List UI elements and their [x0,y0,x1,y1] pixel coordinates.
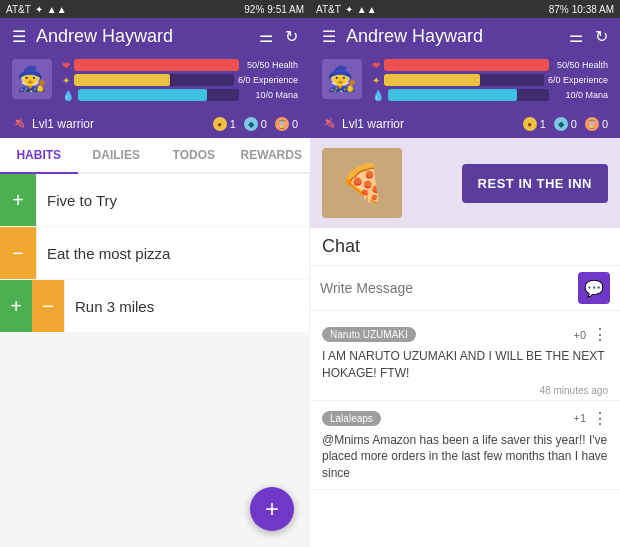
stat-bars-right: ❤ 50/50 Health ✦ 6/0 Experience 💧 10/0 M… [372,59,608,104]
sword-icon-left: 🗡 [8,113,29,134]
chat-header: Chat [310,228,620,266]
stat-bars-left: ❤ 50/50 Health ✦ 6/0 Experience 💧 [62,59,298,104]
status-bar-left: AT&T ✦ ▲▲ 92% 9:51 AM [0,0,310,18]
health-icon: ❤ [62,60,70,71]
habit-plus-3[interactable]: + [0,280,32,332]
chat-message-2: Lalaleaps +1 ⋮ @Mnims Amazon has been a … [310,401,620,490]
chat-messages: Naruto UZUMAKI +0 ⋮ I AM NARUTO UZUMAKI … [310,311,620,547]
nav-tabs: HABITS DAILIES TODOS REWARDS [0,138,310,174]
right-panel: AT&T ✦ ▲▲ 87% 10:38 AM ☰ Andrew Hayward … [310,0,620,547]
health-label-r: 50/50 Health [553,60,608,70]
habit-item-3: + − Run 3 miles [0,280,310,332]
gold-coin-left: ● [213,117,227,131]
hourglass-value-left: 0 [292,118,298,130]
chat-username-2: Lalaleaps [322,411,381,426]
exp-bar-wrap [74,74,234,86]
stats-area-left: 🧙 ❤ 50/50 Health ✦ 6/0 Experience [0,55,310,112]
habit-text-1: Five to Try [36,174,310,226]
habit-plus-1[interactable]: + [0,174,36,226]
exp-icon-r: ✦ [372,75,380,86]
mana-bar-r [388,89,517,101]
exp-bar [74,74,170,86]
chat-plus-1: +0 [573,329,586,341]
health-bar-wrap-r [384,59,549,71]
status-bar-right: AT&T ✦ ▲▲ 87% 10:38 AM [310,0,620,18]
signal-icons-right: ▲▲ [357,4,377,15]
mana-label: 10/0 Mana [243,90,298,100]
chat-send-button[interactable]: 💬 [578,272,610,304]
chat-body-1: I AM NARUTO UZUMAKI AND I WILL BE THE NE… [322,348,608,382]
sword-icon-right: 🗡 [318,113,339,134]
exp-bar-wrap-r [384,74,544,86]
chat-message-header-2: Lalaleaps +1 ⋮ [322,409,608,428]
filter-icon-right[interactable]: ⚌ [569,27,583,46]
chat-body-2: @Mnims Amazon has been a life saver this… [322,432,608,482]
mana-icon: 💧 [62,90,74,101]
carrier-right: AT&T [316,4,341,15]
health-label: 50/50 Health [243,60,298,70]
app-title-left: Andrew Hayward [36,26,173,47]
gem-value-right: 0 [571,118,577,130]
level-row-right: 🗡 Lvl1 warrior ● 1 ◆ 0 ⌛ 0 [310,112,620,138]
bt-icon-right: ✦ [345,4,353,15]
chat-meta-2: +1 ⋮ [573,409,608,428]
app-title-right: Andrew Hayward [346,26,483,47]
currency-row-right: ● 1 ◆ 0 ⌛ 0 [523,117,608,131]
chat-more-1[interactable]: ⋮ [592,325,608,344]
hourglass-coin-right: ⌛ [585,117,599,131]
refresh-icon-left[interactable]: ↻ [285,27,298,46]
habit-minus-3[interactable]: − [32,280,64,332]
menu-icon-right[interactable]: ☰ [322,27,336,46]
menu-icon-left[interactable]: ☰ [12,27,26,46]
mana-bar-wrap [78,89,239,101]
time-right: 10:38 AM [572,4,614,15]
hourglass-value-right: 0 [602,118,608,130]
gem-coin-left: ◆ [244,117,258,131]
health-bar [74,59,239,71]
chat-more-2[interactable]: ⋮ [592,409,608,428]
add-fab[interactable]: + [250,487,294,531]
filter-icon-left[interactable]: ⚌ [259,27,273,46]
header-left: ☰ Andrew Hayward ⚌ ↻ [0,18,310,55]
inn-area: 🍕 REST IN THE INN [310,138,620,228]
battery-right: 87% [549,4,569,15]
chat-input-row: 💬 [310,266,620,311]
refresh-icon-right[interactable]: ↻ [595,27,608,46]
mana-bar [78,89,207,101]
time-left: 9:51 AM [267,4,304,15]
chat-input[interactable] [320,276,572,300]
chat-message-header-1: Naruto UZUMAKI +0 ⋮ [322,325,608,344]
tab-todos[interactable]: TODOS [155,138,233,174]
habit-item-1: + Five to Try [0,174,310,226]
level-text-right: Lvl1 warrior [342,117,404,131]
hourglass-coin-left: ⌛ [275,117,289,131]
chat-time-1: 48 minutes ago [322,385,608,396]
gold-value-right: 1 [540,118,546,130]
tab-rewards[interactable]: REWARDS [233,138,311,174]
habit-minus-2[interactable]: − [0,227,36,279]
stats-area-right: 🧙 ❤ 50/50 Health ✦ 6/0 Experience 💧 [310,55,620,112]
bt-icon: ✦ [35,4,43,15]
gold-coin-right: ● [523,117,537,131]
avatar-right: 🧙 [322,59,362,99]
rest-inn-button[interactable]: REST IN THE INN [462,164,608,203]
exp-label-r: 6/0 Experience [548,75,608,85]
gem-coin-right: ◆ [554,117,568,131]
signal-icons: ▲▲ [47,4,67,15]
habit-item-2: − Eat the most pizza [0,227,310,279]
level-text-left: Lvl1 warrior [32,117,94,131]
health-icon-r: ❤ [372,60,380,71]
exp-bar-r [384,74,480,86]
tab-dailies[interactable]: DAILIES [78,138,156,174]
habit-text-2: Eat the most pizza [36,227,310,279]
level-row-left: 🗡 Lvl1 warrior ● 1 ◆ 0 ⌛ 0 [0,112,310,138]
battery-left: 92% [244,4,264,15]
tab-habits[interactable]: HABITS [0,138,78,174]
chat-plus-2: +1 [573,412,586,424]
habit-text-3: Run 3 miles [64,280,310,332]
chat-meta-1: +0 ⋮ [573,325,608,344]
mana-icon-r: 💧 [372,90,384,101]
mana-label-r: 10/0 Mana [553,90,608,100]
avatar-left: 🧙 [12,59,52,99]
chat-message-1: Naruto UZUMAKI +0 ⋮ I AM NARUTO UZUMAKI … [310,317,620,401]
